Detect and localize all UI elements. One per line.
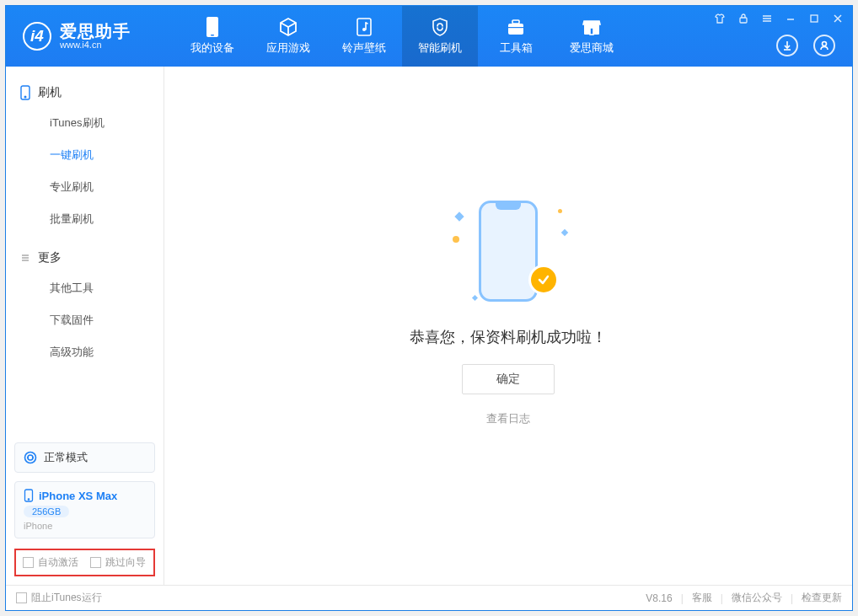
svg-point-16 (32, 457, 34, 458)
nav-my-device[interactable]: 我的设备 (174, 6, 250, 67)
spark-icon (561, 228, 568, 235)
checkbox-skip-guide[interactable]: 跳过向导 (90, 555, 146, 570)
success-message: 恭喜您，保资料刷机成功啦！ (410, 327, 607, 347)
svg-point-9 (823, 42, 827, 46)
sidebar-item-itunes-flash[interactable]: iTunes刷机 (6, 107, 164, 139)
svg-point-15 (27, 457, 29, 458)
svg-rect-1 (211, 35, 214, 36)
sidebar-item-other-tools[interactable]: 其他工具 (6, 272, 164, 304)
checkbox-box (16, 592, 27, 603)
checkbox-box (90, 557, 101, 568)
logo: i4 爱思助手 www.i4.cn (6, 6, 174, 67)
sidebar-group-more: 更多 其他工具 下载固件 高级功能 (6, 244, 164, 368)
device-icon (202, 17, 223, 37)
spark-icon (472, 294, 478, 300)
downloads-button[interactable] (776, 35, 798, 56)
nav-label: 工具箱 (500, 40, 533, 56)
sidebar-item-download-firmware[interactable]: 下载固件 (6, 304, 164, 336)
titlebar: i4 爱思助手 www.i4.cn 我的设备 应用游戏 铃声壁纸 智能刷机 (6, 6, 852, 67)
checkbox-auto-activate[interactable]: 自动激活 (23, 555, 78, 570)
support-link[interactable]: 客服 (692, 591, 712, 605)
minimize-button[interactable] (783, 11, 798, 26)
user-button[interactable] (813, 35, 835, 56)
sidebar-item-batch-flash[interactable]: 批量刷机 (6, 203, 164, 235)
store-icon (582, 17, 602, 37)
phone-notch (496, 201, 521, 210)
sidebar-group-flash: 刷机 iTunes刷机 一键刷机 专业刷机 批量刷机 (6, 78, 164, 235)
separator: | (721, 592, 723, 604)
dot-icon (558, 209, 562, 213)
svg-rect-8 (590, 28, 593, 35)
checkbox-label: 跳过向导 (105, 555, 146, 570)
app-domain: www.i4.cn (60, 40, 131, 51)
list-icon (19, 252, 31, 264)
device-box[interactable]: iPhone XS Max 256GB iPhone (14, 481, 155, 538)
menu-icon[interactable] (759, 11, 775, 26)
svg-rect-10 (740, 18, 747, 23)
phone-outline-icon (479, 201, 538, 302)
nav-toolbox[interactable]: 工具箱 (478, 6, 554, 67)
group-title-label: 刷机 (38, 85, 62, 100)
device-name-row: iPhone XS Max (24, 489, 146, 502)
toolbox-icon (506, 17, 526, 37)
svg-rect-0 (206, 17, 218, 37)
nav-label: 爱思商城 (570, 40, 614, 56)
nav-apps-games[interactable]: 应用游戏 (250, 6, 326, 67)
checkbox-label: 阻止iTunes运行 (31, 591, 102, 605)
view-log-link[interactable]: 查看日志 (486, 411, 530, 426)
app-name: 爱思助手 (60, 23, 131, 40)
svg-point-14 (25, 453, 36, 463)
close-button[interactable] (830, 11, 845, 26)
sidebar-item-advanced[interactable]: 高级功能 (6, 336, 164, 368)
logo-text: 爱思助手 www.i4.cn (60, 23, 131, 51)
checkbox-label: 自动激活 (38, 555, 78, 570)
sidebar-item-pro-flash[interactable]: 专业刷机 (6, 171, 164, 203)
music-file-icon (354, 17, 374, 37)
device-capacity: 256GB (24, 506, 69, 517)
mode-label: 正常模式 (44, 450, 88, 465)
app-window: i4 爱思助手 www.i4.cn 我的设备 应用游戏 铃声壁纸 智能刷机 (5, 5, 853, 611)
mode-box[interactable]: 正常模式 (14, 442, 155, 473)
footer-right: V8.16 | 客服 | 微信公众号 | 检查更新 (646, 591, 842, 605)
svg-rect-4 (508, 24, 523, 35)
svg-point-13 (24, 96, 26, 98)
nav-label: 智能刷机 (418, 40, 462, 56)
checkbox-block-itunes[interactable]: 阻止iTunes运行 (16, 591, 102, 605)
logo-icon: i4 (23, 22, 51, 51)
sync-icon (24, 451, 37, 464)
nav-ringtones-wallpapers[interactable]: 铃声壁纸 (326, 6, 402, 67)
svg-rect-11 (811, 15, 818, 22)
svg-point-3 (362, 28, 366, 31)
sidebar-group-title[interactable]: 刷机 (6, 78, 164, 107)
dot-icon (453, 236, 459, 243)
svg-rect-6 (508, 27, 523, 28)
sidebar-item-oneclick-flash[interactable]: 一键刷机 (6, 139, 164, 171)
separator: | (791, 592, 793, 604)
phone-icon (19, 85, 31, 100)
wechat-link[interactable]: 微信公众号 (732, 591, 782, 605)
svg-rect-2 (357, 19, 371, 35)
nav-store[interactable]: 爱思商城 (554, 6, 630, 67)
svg-rect-5 (512, 20, 519, 24)
footer: 阻止iTunes运行 V8.16 | 客服 | 微信公众号 | 检查更新 (6, 585, 852, 610)
checkbox-box (23, 557, 34, 568)
nav-label: 铃声壁纸 (342, 40, 386, 56)
confirm-button[interactable]: 确定 (462, 364, 555, 394)
options-highlight-box: 自动激活 跳过向导 (14, 549, 155, 576)
nav-smart-flash[interactable]: 智能刷机 (402, 6, 478, 67)
success-illustration (449, 192, 567, 310)
check-update-link[interactable]: 检查更新 (802, 591, 842, 605)
lock-icon[interactable] (736, 11, 751, 26)
maximize-button[interactable] (807, 11, 822, 26)
svg-point-18 (28, 499, 29, 500)
device-panel: 正常模式 iPhone XS Max 256GB iPhone (6, 442, 164, 549)
nav-label: 我的设备 (190, 40, 234, 56)
shirt-icon[interactable] (712, 11, 727, 26)
sidebar-group-title[interactable]: 更多 (6, 244, 164, 272)
version-label: V8.16 (646, 592, 672, 604)
device-type: iPhone (24, 521, 146, 531)
window-controls (712, 11, 845, 26)
group-title-label: 更多 (38, 250, 62, 265)
separator: | (681, 592, 684, 604)
body: 刷机 iTunes刷机 一键刷机 专业刷机 批量刷机 更多 其他工具 下载固件 … (6, 67, 852, 585)
